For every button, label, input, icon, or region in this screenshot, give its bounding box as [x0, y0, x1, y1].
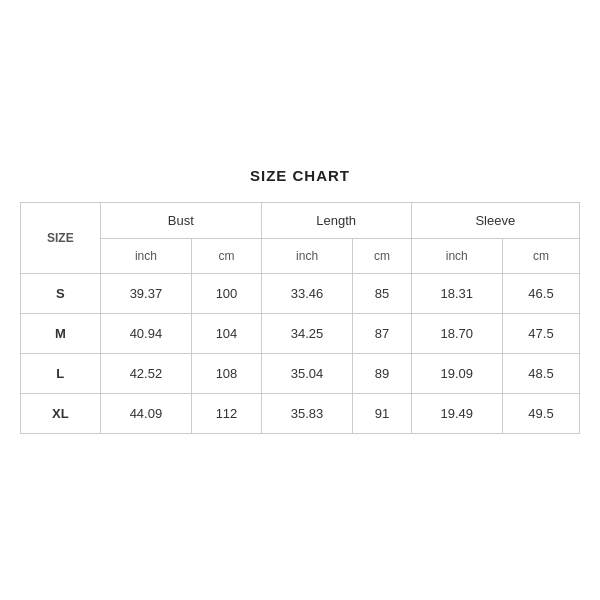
length-inch-cell: 34.25	[261, 313, 352, 353]
sleeve-cm-cell: 48.5	[503, 353, 580, 393]
sleeve-cm-cell: 46.5	[503, 273, 580, 313]
size-column-header: SIZE	[21, 202, 101, 273]
size-chart-table: SIZE Bust Length Sleeve inch cm inch cm …	[20, 202, 580, 434]
length-cm-cell: 85	[353, 273, 411, 313]
bust-cm-cell: 108	[192, 353, 262, 393]
length-inch-cell: 35.04	[261, 353, 352, 393]
length-inch-cell: 35.83	[261, 393, 352, 433]
bust-cm-cell: 100	[192, 273, 262, 313]
size-cell: L	[21, 353, 101, 393]
table-row: S 39.37 100 33.46 85 18.31 46.5	[21, 273, 580, 313]
size-chart-container: SIZE CHART SIZE Bust Length Sleeve inch …	[20, 167, 580, 434]
sleeve-inch-cell: 18.70	[411, 313, 502, 353]
length-cm-cell: 91	[353, 393, 411, 433]
sleeve-group-header: Sleeve	[411, 202, 579, 238]
bust-inch-cell: 40.94	[100, 313, 191, 353]
sleeve-inch-header: inch	[411, 238, 502, 273]
bust-inch-header: inch	[100, 238, 191, 273]
bust-cm-cell: 112	[192, 393, 262, 433]
length-group-header: Length	[261, 202, 411, 238]
table-row: XL 44.09 112 35.83 91 19.49 49.5	[21, 393, 580, 433]
table-row: M 40.94 104 34.25 87 18.70 47.5	[21, 313, 580, 353]
sleeve-inch-cell: 19.09	[411, 353, 502, 393]
sleeve-cm-cell: 49.5	[503, 393, 580, 433]
bust-inch-cell: 39.37	[100, 273, 191, 313]
length-cm-cell: 89	[353, 353, 411, 393]
sleeve-inch-cell: 18.31	[411, 273, 502, 313]
chart-title: SIZE CHART	[20, 167, 580, 184]
bust-cm-header: cm	[192, 238, 262, 273]
sleeve-inch-cell: 19.49	[411, 393, 502, 433]
sleeve-cm-header: cm	[503, 238, 580, 273]
bust-inch-cell: 44.09	[100, 393, 191, 433]
length-cm-header: cm	[353, 238, 411, 273]
size-cell: XL	[21, 393, 101, 433]
table-row: L 42.52 108 35.04 89 19.09 48.5	[21, 353, 580, 393]
length-inch-cell: 33.46	[261, 273, 352, 313]
bust-inch-cell: 42.52	[100, 353, 191, 393]
length-cm-cell: 87	[353, 313, 411, 353]
bust-group-header: Bust	[100, 202, 261, 238]
length-inch-header: inch	[261, 238, 352, 273]
bust-cm-cell: 104	[192, 313, 262, 353]
sleeve-cm-cell: 47.5	[503, 313, 580, 353]
size-cell: S	[21, 273, 101, 313]
size-cell: M	[21, 313, 101, 353]
